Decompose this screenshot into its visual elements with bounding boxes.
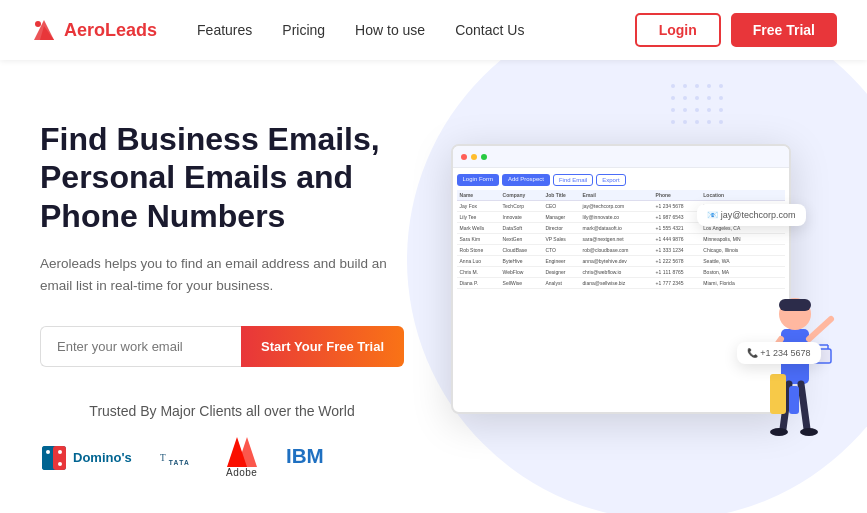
nav-pricing[interactable]: Pricing — [282, 22, 325, 38]
col-phone: Phone — [653, 190, 701, 201]
cell-0-0: Jay Fox — [457, 201, 500, 212]
nav-links: Features Pricing How to use Contact Us — [197, 22, 635, 38]
cell-1-0: Lily Tee — [457, 212, 500, 223]
hero-subtitle: Aeroleads helps you to find an email add… — [40, 253, 404, 296]
trusted-text: Trusted By Major Clients all over the Wo… — [40, 403, 404, 419]
cell-2-3: mark@datasoft.io — [580, 223, 653, 234]
svg-rect-4 — [42, 446, 53, 470]
cell-5-0: Anna Luo — [457, 256, 500, 267]
logo-text: AeroLeads — [64, 20, 157, 41]
dash-btn-3: Find Email — [553, 174, 593, 186]
svg-text:T: T — [160, 453, 166, 463]
logo-icon — [30, 16, 58, 44]
ibm-logo: IBM — [286, 442, 341, 474]
login-button[interactable]: Login — [635, 13, 721, 47]
svg-point-30 — [683, 120, 687, 124]
cell-6-0: Chris M. — [457, 267, 500, 278]
cell-1-4: +1 987 6543 — [653, 212, 701, 223]
svg-point-32 — [707, 120, 711, 124]
dominos-logo: Domino's — [40, 444, 132, 472]
cell-6-4: +1 111 8765 — [653, 267, 701, 278]
col-location: Location — [700, 190, 784, 201]
cell-4-1: CloudBase — [500, 245, 543, 256]
cell-2-0: Mark Wells — [457, 223, 500, 234]
adobe-icon — [224, 437, 260, 467]
cell-1-1: Innovate — [500, 212, 543, 223]
dashboard-content: Login Form Add Prospect Find Email Expor… — [453, 168, 789, 293]
cell-6-2: Designer — [542, 267, 579, 278]
dash-btn-2: Add Prospect — [502, 174, 550, 186]
svg-rect-5 — [53, 446, 66, 470]
ibm-icon: IBM — [286, 442, 341, 470]
cell-5-3: anna@bytehive.dev — [580, 256, 653, 267]
col-title: Job Title — [542, 190, 579, 201]
svg-text:IBM: IBM — [286, 444, 324, 467]
cell-2-2: Director — [542, 223, 579, 234]
svg-point-22 — [707, 96, 711, 100]
dominos-icon — [40, 444, 68, 472]
cell-3-4: +1 444 9876 — [653, 234, 701, 245]
svg-point-41 — [770, 428, 788, 436]
cell-3-0: Sara Kim — [457, 234, 500, 245]
dashboard-mockup: Login Form Add Prospect Find Email Expor… — [451, 144, 831, 444]
yellow-decoration — [770, 374, 786, 414]
cell-6-3: chris@webflow.io — [580, 267, 653, 278]
dot-green — [481, 154, 487, 160]
svg-point-29 — [671, 120, 675, 124]
svg-rect-36 — [779, 299, 811, 311]
svg-point-28 — [719, 108, 723, 112]
cell-2-1: DataSoft — [500, 223, 543, 234]
cell-6-1: WebFlow — [500, 267, 543, 278]
hero-form: Start Your Free Trial — [40, 326, 404, 367]
cell-4-2: CTO — [542, 245, 579, 256]
cell-7-3: diana@sellwise.biz — [580, 278, 653, 289]
bubble-phone: 📞 +1 234 5678 — [737, 342, 821, 364]
dot-red — [461, 154, 467, 160]
cell-4-3: rob@cloudbase.com — [580, 245, 653, 256]
cell-0-1: TechCorp — [500, 201, 543, 212]
svg-point-7 — [58, 450, 62, 454]
cell-1-2: Manager — [542, 212, 579, 223]
table-row: Diana P.SellWiseAnalystdiana@sellwise.bi… — [457, 278, 785, 289]
svg-point-21 — [695, 96, 699, 100]
logo[interactable]: AeroLeads — [30, 16, 157, 44]
svg-point-8 — [58, 462, 62, 466]
svg-point-20 — [683, 96, 687, 100]
cell-3-1: NextGen — [500, 234, 543, 245]
adobe-text: Adobe — [226, 467, 257, 478]
cell-4-5: Chicago, Illinois — [700, 245, 784, 256]
cell-1-3: lily@innovate.co — [580, 212, 653, 223]
table-row: Chris M.WebFlowDesignerchris@webflow.io+… — [457, 267, 785, 278]
cell-0-3: jay@techcorp.com — [580, 201, 653, 212]
svg-point-27 — [707, 108, 711, 112]
email-input[interactable] — [40, 326, 241, 367]
cell-7-4: +1 777 2345 — [653, 278, 701, 289]
dot-yellow — [471, 154, 477, 160]
svg-point-19 — [671, 96, 675, 100]
svg-point-2 — [35, 21, 41, 27]
bubble-email: 📧 jay@techcorp.com — [697, 204, 805, 226]
cell-0-2: CEO — [542, 201, 579, 212]
svg-point-42 — [800, 428, 818, 436]
navbar: AeroLeads Features Pricing How to use Co… — [0, 0, 867, 60]
nav-how-to-use[interactable]: How to use — [355, 22, 425, 38]
blue-decoration — [789, 386, 799, 414]
table-row: Anna LuoByteHiveEngineeranna@bytehive.de… — [457, 256, 785, 267]
dash-btn-1: Login Form — [457, 174, 499, 186]
svg-point-17 — [707, 84, 711, 88]
dash-btn-4: Export — [596, 174, 625, 186]
start-trial-button[interactable]: Start Your Free Trial — [241, 326, 404, 367]
cell-2-4: +1 555 4321 — [653, 223, 701, 234]
col-name: Name — [457, 190, 500, 201]
hero-title: Find Business Emails, Personal Emails an… — [40, 120, 404, 235]
svg-point-25 — [683, 108, 687, 112]
svg-point-31 — [695, 120, 699, 124]
cell-7-0: Diana P. — [457, 278, 500, 289]
free-trial-button[interactable]: Free Trial — [731, 13, 837, 47]
svg-point-15 — [683, 84, 687, 88]
cell-0-4: +1 234 5678 — [653, 201, 701, 212]
nav-contact-us[interactable]: Contact Us — [455, 22, 524, 38]
nav-features[interactable]: Features — [197, 22, 252, 38]
col-email: Email — [580, 190, 653, 201]
cell-7-2: Analyst — [542, 278, 579, 289]
